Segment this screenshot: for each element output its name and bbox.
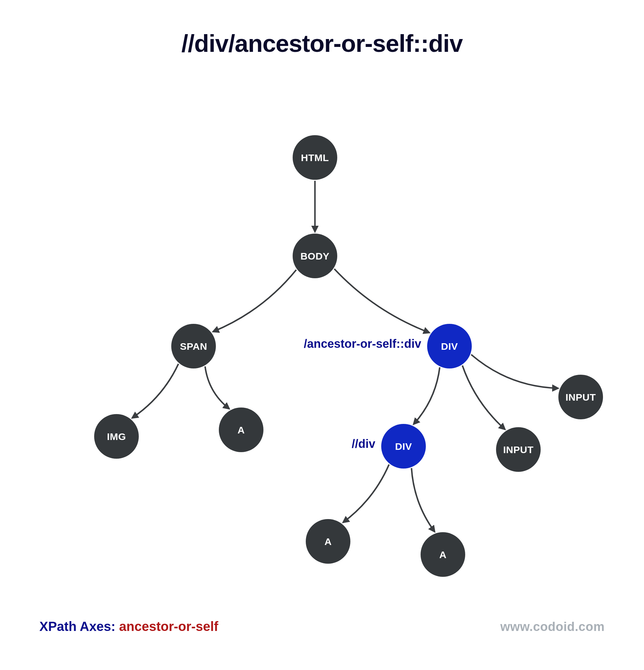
footer-label: XPath Axes:	[39, 619, 119, 633]
node-img: IMG	[94, 414, 139, 459]
svg-text:A: A	[238, 425, 245, 436]
node-a3: A	[420, 532, 465, 577]
svg-text:INPUT: INPUT	[503, 444, 534, 455]
edge-div2-a2	[343, 465, 389, 522]
edge-div1-input2	[462, 365, 505, 429]
edge-body-span	[213, 270, 296, 332]
node-input2: INPUT	[496, 427, 541, 472]
diagram-canvas: HTMLBODYSPANDIV/ancestor-or-self::divIMG…	[0, 0, 644, 670]
svg-text:DIV: DIV	[441, 341, 458, 352]
annotation-div2: //div	[352, 437, 375, 451]
svg-text:HTML: HTML	[301, 152, 329, 163]
svg-text:IMG: IMG	[107, 431, 126, 442]
node-a2: A	[306, 519, 350, 564]
edge-div1-input1	[471, 355, 558, 388]
footer-value: ancestor-or-self	[119, 619, 218, 633]
node-html: HTML	[293, 135, 337, 180]
node-div1: DIV	[427, 324, 472, 368]
svg-text:A: A	[439, 549, 446, 560]
footer-caption: XPath Axes: ancestor-or-self	[39, 619, 218, 634]
edge-span-img	[132, 364, 178, 418]
svg-text:A: A	[324, 536, 332, 547]
annotation-div1: /ancestor-or-self::div	[304, 337, 421, 350]
edge-div1-div2	[414, 367, 440, 424]
svg-text:SPAN: SPAN	[180, 341, 207, 352]
node-body: BODY	[293, 233, 337, 278]
node-input1: INPUT	[559, 375, 603, 419]
node-span: SPAN	[171, 324, 216, 368]
node-a1: A	[219, 407, 264, 452]
edge-body-div1	[334, 269, 429, 333]
svg-text:BODY: BODY	[300, 251, 330, 262]
edge-span-a1	[205, 366, 229, 409]
svg-text:DIV: DIV	[395, 441, 412, 452]
svg-text:INPUT: INPUT	[566, 392, 596, 403]
footer-site: www.codoid.com	[500, 620, 605, 634]
edge-div2-a3	[412, 468, 434, 532]
node-div2: DIV	[381, 424, 426, 469]
